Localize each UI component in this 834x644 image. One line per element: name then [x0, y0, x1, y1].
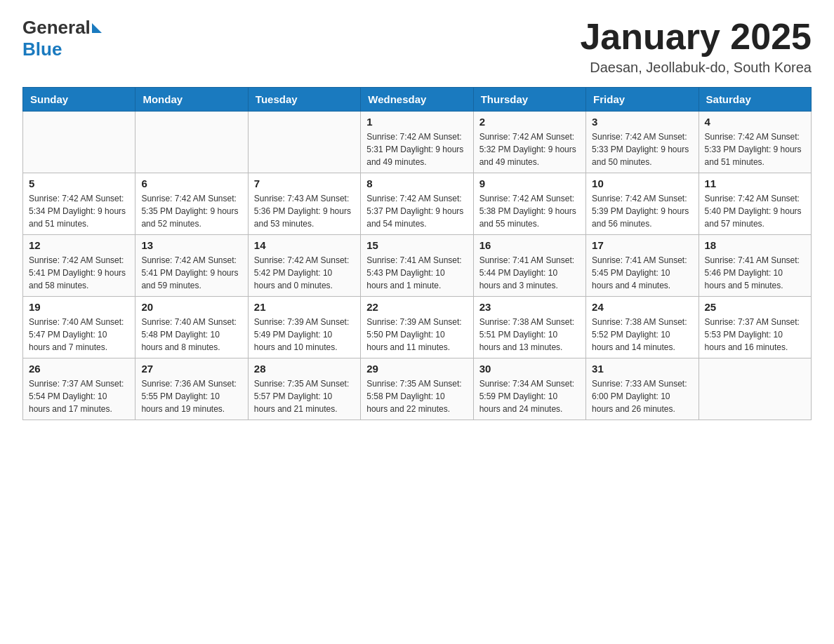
- weekday-header: Thursday: [473, 88, 585, 112]
- day-info: Sunrise: 7:39 AM Sunset: 5:49 PM Dayligh…: [254, 316, 355, 354]
- calendar-cell: [23, 112, 135, 173]
- day-number: 16: [479, 239, 580, 251]
- calendar-cell: 5Sunrise: 7:42 AM Sunset: 5:34 PM Daylig…: [23, 173, 135, 235]
- calendar-cell: 4Sunrise: 7:42 AM Sunset: 5:33 PM Daylig…: [699, 112, 811, 173]
- day-info: Sunrise: 7:39 AM Sunset: 5:50 PM Dayligh…: [366, 316, 467, 354]
- day-number: 10: [592, 177, 692, 189]
- day-info: Sunrise: 7:41 AM Sunset: 5:45 PM Dayligh…: [592, 254, 692, 292]
- calendar-cell: 1Sunrise: 7:42 AM Sunset: 5:31 PM Daylig…: [361, 112, 473, 173]
- weekday-header: Monday: [135, 88, 248, 112]
- day-info: Sunrise: 7:42 AM Sunset: 5:32 PM Dayligh…: [479, 130, 580, 168]
- day-info: Sunrise: 7:35 AM Sunset: 5:57 PM Dayligh…: [254, 377, 355, 415]
- calendar-table: SundayMondayTuesdayWednesdayThursdayFrid…: [22, 87, 812, 420]
- day-number: 21: [254, 301, 355, 313]
- calendar-cell: 23Sunrise: 7:38 AM Sunset: 5:51 PM Dayli…: [473, 297, 585, 358]
- day-number: 5: [29, 177, 129, 189]
- calendar-cell: 16Sunrise: 7:41 AM Sunset: 5:44 PM Dayli…: [473, 235, 585, 297]
- day-info: Sunrise: 7:41 AM Sunset: 5:46 PM Dayligh…: [705, 254, 805, 292]
- day-number: 13: [141, 239, 241, 251]
- day-number: 9: [479, 177, 580, 189]
- calendar-cell: 11Sunrise: 7:42 AM Sunset: 5:40 PM Dayli…: [699, 173, 811, 235]
- calendar-cell: 9Sunrise: 7:42 AM Sunset: 5:38 PM Daylig…: [473, 173, 585, 235]
- logo-general-text: General: [22, 17, 91, 39]
- day-info: Sunrise: 7:42 AM Sunset: 5:33 PM Dayligh…: [705, 130, 805, 168]
- logo-arrow-icon: [92, 23, 102, 33]
- calendar-cell: 7Sunrise: 7:43 AM Sunset: 5:36 PM Daylig…: [248, 173, 360, 235]
- day-number: 30: [479, 363, 580, 375]
- calendar-cell: 22Sunrise: 7:39 AM Sunset: 5:50 PM Dayli…: [361, 297, 473, 358]
- title-block: January 2025 Daesan, Jeollabuk-do, South…: [580, 17, 812, 76]
- day-info: Sunrise: 7:41 AM Sunset: 5:44 PM Dayligh…: [479, 254, 580, 292]
- logo-blue-text: Blue: [22, 39, 62, 60]
- day-info: Sunrise: 7:42 AM Sunset: 5:41 PM Dayligh…: [141, 254, 241, 292]
- weekday-header: Wednesday: [361, 88, 473, 112]
- calendar-cell: 17Sunrise: 7:41 AM Sunset: 5:45 PM Dayli…: [586, 235, 699, 297]
- day-number: 6: [141, 177, 241, 189]
- day-number: 31: [592, 363, 692, 375]
- calendar-cell: 18Sunrise: 7:41 AM Sunset: 5:46 PM Dayli…: [699, 235, 811, 297]
- day-info: Sunrise: 7:40 AM Sunset: 5:47 PM Dayligh…: [29, 316, 129, 354]
- calendar-cell: 20Sunrise: 7:40 AM Sunset: 5:48 PM Dayli…: [135, 297, 248, 358]
- day-number: 14: [254, 239, 355, 251]
- day-info: Sunrise: 7:40 AM Sunset: 5:48 PM Dayligh…: [141, 316, 241, 354]
- calendar-cell: 3Sunrise: 7:42 AM Sunset: 5:33 PM Daylig…: [586, 112, 699, 173]
- day-number: 29: [366, 363, 467, 375]
- day-info: Sunrise: 7:42 AM Sunset: 5:35 PM Dayligh…: [141, 192, 241, 230]
- day-number: 23: [479, 301, 580, 313]
- page-subtitle: Daesan, Jeollabuk-do, South Korea: [580, 60, 812, 76]
- calendar-cell: 8Sunrise: 7:42 AM Sunset: 5:37 PM Daylig…: [361, 173, 473, 235]
- calendar-week-row: 12Sunrise: 7:42 AM Sunset: 5:41 PM Dayli…: [23, 235, 812, 297]
- day-number: 12: [29, 239, 129, 251]
- day-number: 25: [705, 301, 805, 313]
- weekday-header: Friday: [586, 88, 699, 112]
- calendar-week-row: 19Sunrise: 7:40 AM Sunset: 5:47 PM Dayli…: [23, 297, 812, 358]
- weekday-header: Tuesday: [248, 88, 360, 112]
- weekday-header: Sunday: [23, 88, 135, 112]
- day-info: Sunrise: 7:35 AM Sunset: 5:58 PM Dayligh…: [366, 377, 467, 415]
- calendar-cell: [699, 358, 811, 420]
- day-info: Sunrise: 7:42 AM Sunset: 5:33 PM Dayligh…: [592, 130, 692, 168]
- day-number: 26: [29, 363, 129, 375]
- day-info: Sunrise: 7:43 AM Sunset: 5:36 PM Dayligh…: [254, 192, 355, 230]
- page-title: January 2025: [580, 17, 812, 57]
- day-number: 11: [705, 177, 805, 189]
- day-number: 20: [141, 301, 241, 313]
- calendar-cell: 27Sunrise: 7:36 AM Sunset: 5:55 PM Dayli…: [135, 358, 248, 420]
- page-header: General Blue January 2025 Daesan, Jeolla…: [22, 17, 812, 76]
- calendar-cell: 6Sunrise: 7:42 AM Sunset: 5:35 PM Daylig…: [135, 173, 248, 235]
- day-info: Sunrise: 7:38 AM Sunset: 5:51 PM Dayligh…: [479, 316, 580, 354]
- logo: General Blue: [22, 17, 103, 60]
- calendar-week-row: 1Sunrise: 7:42 AM Sunset: 5:31 PM Daylig…: [23, 112, 812, 173]
- day-number: 22: [366, 301, 467, 313]
- calendar-week-row: 26Sunrise: 7:37 AM Sunset: 5:54 PM Dayli…: [23, 358, 812, 420]
- calendar-cell: 31Sunrise: 7:33 AM Sunset: 6:00 PM Dayli…: [586, 358, 699, 420]
- calendar-cell: 12Sunrise: 7:42 AM Sunset: 5:41 PM Dayli…: [23, 235, 135, 297]
- day-info: Sunrise: 7:38 AM Sunset: 5:52 PM Dayligh…: [592, 316, 692, 354]
- day-info: Sunrise: 7:42 AM Sunset: 5:39 PM Dayligh…: [592, 192, 692, 230]
- day-info: Sunrise: 7:34 AM Sunset: 5:59 PM Dayligh…: [479, 377, 580, 415]
- day-number: 2: [479, 116, 580, 128]
- day-info: Sunrise: 7:42 AM Sunset: 5:38 PM Dayligh…: [479, 192, 580, 230]
- calendar-cell: 15Sunrise: 7:41 AM Sunset: 5:43 PM Dayli…: [361, 235, 473, 297]
- day-number: 28: [254, 363, 355, 375]
- day-info: Sunrise: 7:42 AM Sunset: 5:34 PM Dayligh…: [29, 192, 129, 230]
- calendar-cell: 2Sunrise: 7:42 AM Sunset: 5:32 PM Daylig…: [473, 112, 585, 173]
- calendar-cell: 29Sunrise: 7:35 AM Sunset: 5:58 PM Dayli…: [361, 358, 473, 420]
- day-info: Sunrise: 7:37 AM Sunset: 5:53 PM Dayligh…: [705, 316, 805, 354]
- day-info: Sunrise: 7:36 AM Sunset: 5:55 PM Dayligh…: [141, 377, 241, 415]
- day-info: Sunrise: 7:37 AM Sunset: 5:54 PM Dayligh…: [29, 377, 129, 415]
- day-number: 27: [141, 363, 241, 375]
- day-number: 1: [366, 116, 467, 128]
- day-number: 18: [705, 239, 805, 251]
- calendar-cell: 28Sunrise: 7:35 AM Sunset: 5:57 PM Dayli…: [248, 358, 360, 420]
- calendar-cell: 26Sunrise: 7:37 AM Sunset: 5:54 PM Dayli…: [23, 358, 135, 420]
- calendar-cell: [248, 112, 360, 173]
- weekday-header: Saturday: [699, 88, 811, 112]
- day-number: 8: [366, 177, 467, 189]
- calendar-cell: 30Sunrise: 7:34 AM Sunset: 5:59 PM Dayli…: [473, 358, 585, 420]
- calendar-cell: 10Sunrise: 7:42 AM Sunset: 5:39 PM Dayli…: [586, 173, 699, 235]
- calendar-header-row: SundayMondayTuesdayWednesdayThursdayFrid…: [23, 88, 812, 112]
- calendar-week-row: 5Sunrise: 7:42 AM Sunset: 5:34 PM Daylig…: [23, 173, 812, 235]
- calendar-cell: 21Sunrise: 7:39 AM Sunset: 5:49 PM Dayli…: [248, 297, 360, 358]
- day-info: Sunrise: 7:42 AM Sunset: 5:37 PM Dayligh…: [366, 192, 467, 230]
